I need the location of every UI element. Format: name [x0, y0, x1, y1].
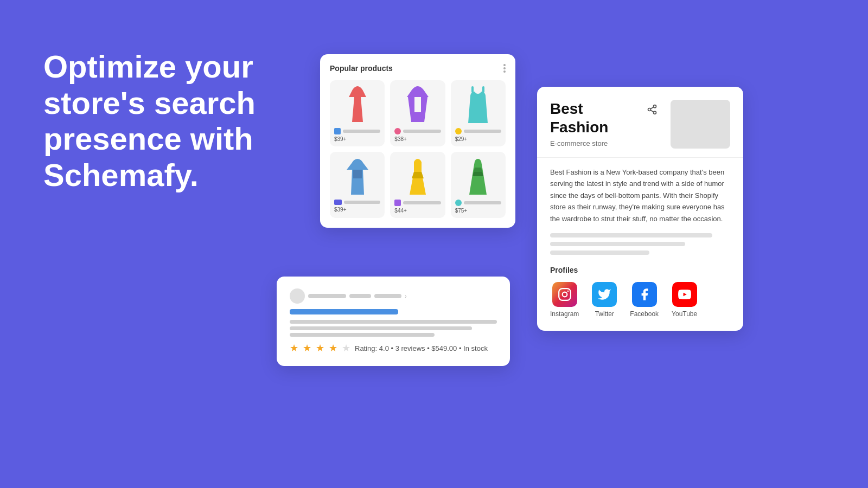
product-price: $38+: [394, 136, 441, 142]
profiles-title: Profiles: [550, 266, 730, 274]
profiles-section: Profiles Instagram Twitt: [537, 266, 743, 318]
hero-section: Optimize your store's search presence wi…: [43, 49, 304, 194]
desc-bar-3: [290, 333, 435, 337]
business-info: Best Fashion E-commerce store: [550, 100, 642, 149]
youtube-icon: [672, 282, 697, 307]
product-meta: $29+: [455, 128, 501, 142]
svg-rect-7: [559, 288, 571, 300]
url-text-group: ›: [308, 293, 407, 299]
url-bar-3: [374, 294, 401, 298]
svg-point-8: [562, 292, 567, 297]
card-divider: [537, 157, 743, 158]
twitter-profile[interactable]: Twitter: [592, 282, 617, 318]
youtube-label: YouTube: [672, 310, 697, 318]
url-bar-2: [349, 294, 371, 298]
svg-point-9: [567, 291, 569, 292]
share-button[interactable]: [642, 100, 662, 119]
business-card-top: Best Fashion E-commerce store: [537, 87, 743, 149]
product-item[interactable]: $29+: [451, 80, 506, 146]
placeholder-bar-1: [550, 233, 712, 237]
product-item[interactable]: $38+: [390, 80, 445, 146]
product-meta: $39+: [334, 200, 380, 213]
facebook-label: Facebook: [630, 310, 659, 318]
star-1: ★: [290, 342, 298, 354]
placeholder-bar-2: [550, 242, 685, 246]
placeholder-bars: [537, 233, 743, 255]
product-item[interactable]: $39+: [330, 80, 385, 146]
instagram-label: Instagram: [550, 310, 579, 318]
business-name: Best Fashion: [550, 100, 642, 136]
site-favicon: [290, 288, 305, 304]
product-item[interactable]: $44+: [390, 152, 445, 218]
facebook-profile[interactable]: Facebook: [630, 282, 659, 318]
product-image: [462, 157, 494, 195]
product-price: $75+: [455, 208, 501, 214]
products-card-header: Popular products: [330, 64, 506, 73]
product-meta: $44+: [394, 200, 441, 214]
svg-line-5: [650, 110, 654, 112]
product-image: [341, 86, 374, 124]
product-item[interactable]: $39+: [330, 152, 385, 218]
hero-headline: Optimize your store's search presence wi…: [43, 49, 304, 194]
search-meta-text: Rating: 4.0 • 3 reviews • $549.00 • In s…: [355, 344, 488, 352]
business-card: Best Fashion E-commerce store Best Fashi…: [537, 87, 743, 331]
products-grid: $39+ $38+: [330, 80, 506, 218]
search-meta-row: ★ ★ ★ ★ ★ Rating: 4.0 • 3 reviews • $549…: [290, 342, 497, 354]
more-options-icon[interactable]: [503, 64, 506, 73]
profiles-icons: Instagram Twitter Facebook: [550, 282, 730, 318]
placeholder-bar-3: [550, 251, 649, 255]
business-image: [671, 100, 730, 149]
search-url-row: ›: [290, 288, 497, 304]
business-type: E-commerce store: [550, 139, 642, 147]
svg-point-4: [654, 111, 656, 114]
desc-bar-2: [290, 326, 472, 330]
instagram-profile[interactable]: Instagram: [550, 282, 579, 318]
products-card-title: Popular products: [330, 64, 393, 73]
products-card: Popular products $39+: [320, 54, 515, 228]
product-image: [401, 157, 434, 195]
product-price: $39+: [334, 136, 380, 142]
product-price: $29+: [455, 136, 501, 142]
youtube-profile[interactable]: YouTube: [672, 282, 697, 318]
product-image: [462, 86, 494, 124]
product-item[interactable]: $75+: [451, 152, 506, 218]
svg-line-6: [650, 107, 654, 108]
search-result-card: › ★ ★ ★ ★ ★ Rating: 4.0 • 3 reviews • $5…: [277, 277, 510, 366]
star-5-empty: ★: [342, 342, 350, 354]
product-meta: $39+: [334, 128, 380, 142]
product-price: $39+: [334, 207, 380, 213]
facebook-icon: [632, 282, 657, 307]
svg-point-2: [654, 105, 656, 108]
product-image: [401, 86, 434, 124]
product-meta: $38+: [394, 128, 441, 142]
product-meta: $75+: [455, 200, 501, 214]
star-4: ★: [329, 342, 337, 354]
svg-point-3: [648, 108, 651, 111]
desc-bar-1: [290, 320, 497, 324]
search-desc-bars: [290, 320, 497, 337]
star-2: ★: [303, 342, 311, 354]
product-price: $44+: [394, 208, 441, 214]
star-3: ★: [316, 342, 324, 354]
url-bar-1: [308, 294, 346, 298]
twitter-icon: [592, 282, 617, 307]
product-image: [341, 157, 374, 195]
search-title-bar: [290, 309, 398, 314]
url-arrow: ›: [405, 293, 407, 299]
instagram-icon: [552, 282, 577, 307]
twitter-label: Twitter: [595, 310, 614, 318]
business-description: Best Fashion is a New York-based company…: [537, 166, 743, 224]
